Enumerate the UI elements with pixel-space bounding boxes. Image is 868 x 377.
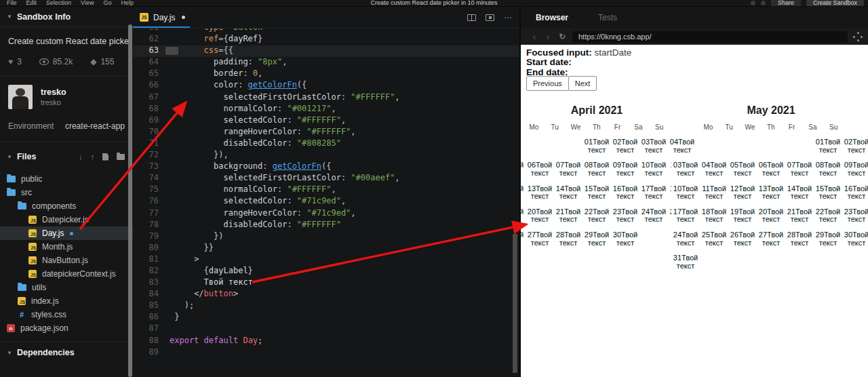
calendar-day[interactable]: 19Твой текст [521, 207, 526, 231]
calendar-day[interactable]: 20Твой текст [757, 207, 785, 231]
menu-item[interactable]: Go [103, 0, 111, 6]
calendar-day[interactable]: 21Твой текст [785, 207, 814, 231]
url-input[interactable]: https://0knng.csb.app/ [572, 31, 848, 43]
calendar-day[interactable]: 22Твой текст [814, 207, 842, 231]
back-icon[interactable]: ‹ [528, 32, 541, 41]
sandbox-info-header[interactable]: ▼ Sandbox Info [0, 7, 133, 27]
calendar-day[interactable]: 01Твой текст [583, 138, 611, 161]
calendar-day[interactable]: 17Твой текст [639, 184, 668, 207]
calendar-day[interactable]: 13Твой текст [526, 184, 554, 207]
calendar-day[interactable]: 31Твой текст [671, 254, 700, 277]
calendar-day[interactable]: 16Твой текст [842, 184, 868, 207]
dependencies-header[interactable]: ▼ Dependencies [0, 342, 133, 363]
calendar-day[interactable]: 07Твой текст [785, 161, 814, 184]
calendar-day[interactable]: 29Твой текст [814, 231, 842, 254]
calendar-day[interactable]: 08Твой текст [814, 161, 842, 184]
calendar-day[interactable]: 02Твой текст [842, 138, 868, 161]
tab-tests[interactable]: Tests [598, 13, 617, 22]
calendar-day[interactable]: 18Твой текст [700, 207, 728, 231]
next-month-button[interactable]: Next [568, 76, 597, 91]
calendar-day[interactable]: 11Твой текст [700, 184, 728, 207]
new-folder-icon[interactable] [117, 154, 125, 160]
calendar-day[interactable]: 30Твой текст [842, 231, 868, 254]
open-preview-icon[interactable] [486, 14, 494, 21]
calendar-day[interactable]: 03Твой текст [639, 138, 668, 161]
calendar-day[interactable]: 27Твой текст [757, 231, 785, 254]
file-tree-item-month-js[interactable]: JSMonth.js [0, 240, 133, 254]
upload-icon[interactable]: ↑ [91, 153, 95, 161]
calendar-day[interactable]: 28Твой текст [785, 231, 814, 254]
calendar-day[interactable]: 23Твой текст [611, 207, 639, 231]
calendar-day[interactable]: 06Твой текст [526, 161, 554, 184]
calendar-day[interactable]: 15Твой текст [583, 184, 611, 207]
create-sandbox-button[interactable]: Create Sandbox [806, 0, 864, 7]
calendar-day[interactable]: 02Твой текст [611, 138, 639, 161]
calendar-day[interactable]: 04Твой текст [700, 161, 728, 184]
calendar-day[interactable]: 28Твой текст [554, 231, 583, 254]
calendar-day[interactable]: 24Твой текст [671, 231, 700, 254]
pointer-mode-icon[interactable] [853, 32, 863, 41]
forward-icon[interactable]: › [541, 32, 555, 41]
refresh-icon[interactable]: ↻ [555, 32, 570, 41]
file-tree-item-utils[interactable]: utils [0, 281, 133, 294]
calendar-day[interactable]: 01Твой текст [814, 138, 842, 161]
calendar-day[interactable]: 27Твой текст [526, 231, 554, 254]
new-file-icon[interactable] [102, 153, 108, 161]
file-tree-item-day-js[interactable]: JSDay.js [0, 226, 133, 240]
more-options-icon[interactable]: ⋯ [504, 15, 513, 20]
split-view-icon[interactable] [467, 14, 476, 21]
previous-month-button[interactable]: Previous [526, 76, 569, 91]
editor-scrollbar[interactable] [513, 234, 517, 373]
file-tree-item-styles-css[interactable]: #styles.css [0, 308, 133, 321]
calendar-day[interactable]: 10Твой текст [671, 184, 700, 207]
calendar-day[interactable]: 07Твой текст [554, 161, 583, 184]
calendar-day[interactable]: 26Твой текст [728, 231, 757, 254]
calendar-day[interactable]: 25Твой текст [700, 231, 728, 254]
share-button[interactable]: Share [771, 0, 801, 7]
file-tree-item-src[interactable]: src [0, 186, 133, 199]
download-icon[interactable]: ↓ [79, 153, 83, 161]
calendar-day[interactable]: 29Твой текст [583, 231, 611, 254]
header-icon[interactable] [761, 1, 766, 5]
menu-item[interactable]: Selection [46, 0, 71, 6]
file-tree-item-package-json[interactable]: npackage.json [0, 321, 133, 335]
calendar-day[interactable]: 21Твой текст [554, 207, 583, 231]
calendar-day[interactable]: 20Твой текст [526, 207, 554, 231]
file-tree-item-components[interactable]: components [0, 199, 133, 213]
file-tree-item-datepickercontext-js[interactable]: JSdatepickerContext.js [0, 267, 133, 281]
calendar-day[interactable]: 24Твой текст [639, 207, 668, 231]
calendar-day[interactable]: 30Твой текст [611, 231, 639, 254]
file-tree-item-navbutton-js[interactable]: JSNavButton.js [0, 254, 133, 267]
header-icon[interactable] [751, 1, 755, 5]
user-card[interactable]: tresko tresko [0, 77, 133, 117]
code-area[interactable]: 61 type="button"62 ref={dayRef}63 css={{… [133, 28, 519, 377]
calendar-day[interactable]: 05Твой текст [521, 161, 526, 184]
menu-item[interactable]: Help [121, 0, 134, 6]
file-tree-item-datepicker-js[interactable]: JSDatepicker.js [0, 213, 133, 226]
calendar-day[interactable]: 22Твой текст [583, 207, 611, 231]
calendar-day[interactable]: 19Твой текст [728, 207, 757, 231]
calendar-day[interactable]: 23Твой текст [842, 207, 868, 231]
menu-item[interactable]: View [81, 0, 94, 6]
calendar-day[interactable]: 14Твой текст [785, 184, 814, 207]
calendar-day[interactable]: 05Твой текст [728, 161, 757, 184]
tab-day-js[interactable]: JS Day.js [133, 7, 195, 28]
menu-item[interactable]: File [7, 0, 17, 6]
calendar-day[interactable]: 03Твой текст [671, 161, 700, 184]
calendar-day[interactable]: 09Твой текст [842, 161, 868, 184]
calendar-day[interactable]: 09Твой текст [611, 161, 639, 184]
calendar-day[interactable]: 14Твой текст [554, 184, 583, 207]
files-header[interactable]: ▼ Files ↓ ↑ [0, 146, 133, 167]
calendar-day[interactable]: 10Твой текст [639, 161, 668, 184]
sidebar-scrollbar[interactable] [128, 24, 132, 377]
calendar-day[interactable]: 06Твой текст [757, 161, 785, 184]
calendar-day[interactable]: 26Твой текст [521, 231, 526, 254]
calendar-day[interactable]: 12Твой текст [521, 184, 526, 207]
calendar-day[interactable]: 16Твой текст [611, 184, 639, 207]
file-tree-item-public[interactable]: public [0, 172, 133, 186]
calendar-day[interactable]: 12Твой текст [728, 184, 757, 207]
calendar-day[interactable]: 15Твой текст [814, 184, 842, 207]
tab-browser[interactable]: Browser [536, 13, 568, 22]
menu-item[interactable]: Edit [26, 0, 37, 6]
calendar-day[interactable]: 13Твой текст [757, 184, 785, 207]
